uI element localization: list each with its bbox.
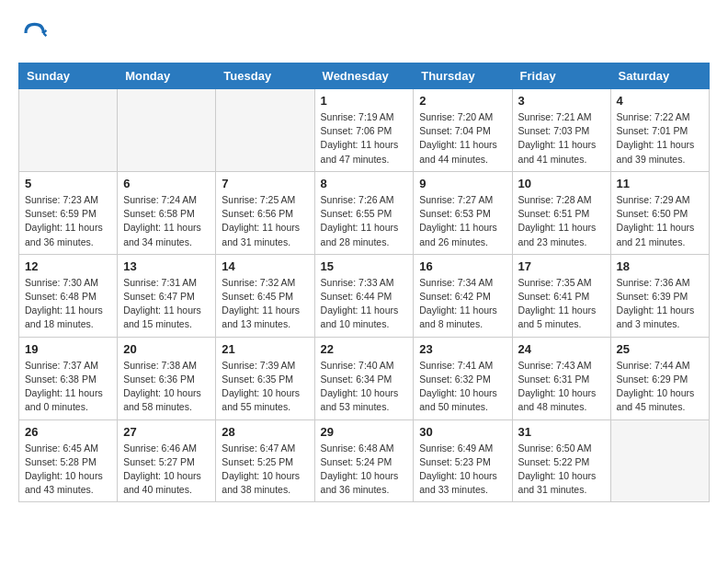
day-number: 30 [419,425,506,439]
day-of-week-header: Monday [118,63,216,89]
day-info: Sunrise: 7:40 AM Sunset: 6:34 PM Dayligh… [321,359,408,415]
calendar-table: SundayMondayTuesdayWednesdayThursdayFrid… [18,63,710,502]
day-info: Sunrise: 6:47 AM Sunset: 5:25 PM Dayligh… [222,442,308,498]
day-info: Sunrise: 7:19 AM Sunset: 7:06 PM Dayligh… [321,110,408,167]
day-info: Sunrise: 7:31 AM Sunset: 6:47 PM Dayligh… [123,276,210,332]
calendar-cell: 4Sunrise: 7:22 AM Sunset: 7:01 PM Daylig… [610,89,709,172]
day-info: Sunrise: 7:28 AM Sunset: 6:51 PM Dayligh… [518,193,605,249]
day-number: 9 [419,177,506,190]
day-of-week-header: Saturday [610,63,709,89]
day-of-week-header: Friday [512,63,610,89]
calendar-cell: 26Sunrise: 6:45 AM Sunset: 5:28 PM Dayli… [19,419,118,502]
calendar-cell: 15Sunrise: 7:33 AM Sunset: 6:44 PM Dayli… [314,254,414,337]
calendar-cell: 19Sunrise: 7:37 AM Sunset: 6:38 PM Dayli… [19,337,118,419]
day-number: 14 [222,259,308,273]
day-info: Sunrise: 7:29 AM Sunset: 6:50 PM Dayligh… [617,193,703,249]
day-number: 24 [518,342,605,356]
day-number: 19 [25,342,111,356]
day-info: Sunrise: 7:32 AM Sunset: 6:45 PM Dayligh… [222,276,308,332]
day-info: Sunrise: 7:37 AM Sunset: 6:38 PM Dayligh… [25,359,111,415]
day-info: Sunrise: 6:46 AM Sunset: 5:27 PM Dayligh… [123,442,210,498]
calendar-cell: 2Sunrise: 7:20 AM Sunset: 7:04 PM Daylig… [414,89,512,172]
day-number: 20 [123,342,210,356]
day-info: Sunrise: 7:27 AM Sunset: 6:53 PM Dayligh… [419,193,506,249]
day-number: 5 [25,177,111,190]
day-info: Sunrise: 6:50 AM Sunset: 5:22 PM Dayligh… [518,442,605,498]
day-of-week-header: Tuesday [216,63,314,89]
calendar-cell: 25Sunrise: 7:44 AM Sunset: 6:29 PM Dayli… [610,337,709,419]
calendar-cell [610,419,709,502]
calendar-cell: 21Sunrise: 7:39 AM Sunset: 6:35 PM Dayli… [216,337,314,419]
day-info: Sunrise: 7:33 AM Sunset: 6:44 PM Dayligh… [321,276,408,332]
calendar-week-row: 26Sunrise: 6:45 AM Sunset: 5:28 PM Dayli… [19,419,710,502]
calendar-cell: 24Sunrise: 7:43 AM Sunset: 6:31 PM Dayli… [512,337,610,419]
calendar-cell [216,89,314,172]
calendar-week-row: 19Sunrise: 7:37 AM Sunset: 6:38 PM Dayli… [19,337,710,419]
day-number: 28 [222,425,308,439]
calendar-cell: 9Sunrise: 7:27 AM Sunset: 6:53 PM Daylig… [414,171,512,254]
day-info: Sunrise: 7:44 AM Sunset: 6:29 PM Dayligh… [617,359,703,415]
day-number: 7 [222,177,308,190]
calendar-cell: 16Sunrise: 7:34 AM Sunset: 6:42 PM Dayli… [414,254,512,337]
page-header [18,18,710,48]
calendar-cell: 14Sunrise: 7:32 AM Sunset: 6:45 PM Dayli… [216,254,314,337]
day-info: Sunrise: 6:48 AM Sunset: 5:24 PM Dayligh… [321,442,408,498]
day-number: 4 [617,94,703,108]
day-number: 27 [123,425,210,439]
day-of-week-header: Sunday [19,63,118,89]
day-number: 29 [321,425,408,439]
calendar-week-row: 5Sunrise: 7:23 AM Sunset: 6:59 PM Daylig… [19,171,710,254]
day-number: 31 [518,425,605,439]
day-of-week-header: Wednesday [314,63,414,89]
calendar-cell: 10Sunrise: 7:28 AM Sunset: 6:51 PM Dayli… [512,171,610,254]
logo [18,18,51,48]
day-info: Sunrise: 7:25 AM Sunset: 6:56 PM Dayligh… [222,193,308,249]
calendar-week-row: 1Sunrise: 7:19 AM Sunset: 7:06 PM Daylig… [19,89,710,172]
calendar-cell: 12Sunrise: 7:30 AM Sunset: 6:48 PM Dayli… [19,254,118,337]
day-info: Sunrise: 7:34 AM Sunset: 6:42 PM Dayligh… [419,276,506,332]
calendar-header-row: SundayMondayTuesdayWednesdayThursdayFrid… [19,63,710,89]
calendar-cell: 22Sunrise: 7:40 AM Sunset: 6:34 PM Dayli… [314,337,414,419]
day-info: Sunrise: 7:30 AM Sunset: 6:48 PM Dayligh… [25,276,111,332]
logo-icon [18,18,48,48]
day-info: Sunrise: 7:43 AM Sunset: 6:31 PM Dayligh… [518,359,605,415]
calendar-cell: 29Sunrise: 6:48 AM Sunset: 5:24 PM Dayli… [314,419,414,502]
day-info: Sunrise: 7:35 AM Sunset: 6:41 PM Dayligh… [518,276,605,332]
day-number: 2 [419,94,506,108]
day-info: Sunrise: 7:39 AM Sunset: 6:35 PM Dayligh… [222,359,308,415]
day-info: Sunrise: 6:45 AM Sunset: 5:28 PM Dayligh… [25,442,111,498]
calendar-cell: 17Sunrise: 7:35 AM Sunset: 6:41 PM Dayli… [512,254,610,337]
day-number: 18 [617,259,703,273]
day-number: 26 [25,425,111,439]
calendar-cell: 27Sunrise: 6:46 AM Sunset: 5:27 PM Dayli… [118,419,216,502]
day-number: 6 [123,177,210,190]
calendar-cell: 11Sunrise: 7:29 AM Sunset: 6:50 PM Dayli… [610,171,709,254]
day-info: Sunrise: 7:26 AM Sunset: 6:55 PM Dayligh… [321,193,408,249]
calendar-cell [19,89,118,172]
day-number: 12 [25,259,111,273]
calendar-cell: 7Sunrise: 7:25 AM Sunset: 6:56 PM Daylig… [216,171,314,254]
calendar-cell: 8Sunrise: 7:26 AM Sunset: 6:55 PM Daylig… [314,171,414,254]
day-info: Sunrise: 7:36 AM Sunset: 6:39 PM Dayligh… [617,276,703,332]
day-number: 11 [617,177,703,190]
calendar-cell: 31Sunrise: 6:50 AM Sunset: 5:22 PM Dayli… [512,419,610,502]
calendar-cell: 20Sunrise: 7:38 AM Sunset: 6:36 PM Dayli… [118,337,216,419]
day-info: Sunrise: 7:24 AM Sunset: 6:58 PM Dayligh… [123,193,210,249]
calendar-cell [118,89,216,172]
day-info: Sunrise: 6:49 AM Sunset: 5:23 PM Dayligh… [419,442,506,498]
calendar-cell: 1Sunrise: 7:19 AM Sunset: 7:06 PM Daylig… [314,89,414,172]
day-info: Sunrise: 7:38 AM Sunset: 6:36 PM Dayligh… [123,359,210,415]
calendar-cell: 6Sunrise: 7:24 AM Sunset: 6:58 PM Daylig… [118,171,216,254]
calendar-cell: 28Sunrise: 6:47 AM Sunset: 5:25 PM Dayli… [216,419,314,502]
calendar-cell: 13Sunrise: 7:31 AM Sunset: 6:47 PM Dayli… [118,254,216,337]
day-info: Sunrise: 7:41 AM Sunset: 6:32 PM Dayligh… [419,359,506,415]
calendar-week-row: 12Sunrise: 7:30 AM Sunset: 6:48 PM Dayli… [19,254,710,337]
day-info: Sunrise: 7:20 AM Sunset: 7:04 PM Dayligh… [419,110,506,167]
day-of-week-header: Thursday [414,63,512,89]
day-number: 17 [518,259,605,273]
day-number: 22 [321,342,408,356]
calendar-cell: 5Sunrise: 7:23 AM Sunset: 6:59 PM Daylig… [19,171,118,254]
day-number: 21 [222,342,308,356]
day-number: 16 [419,259,506,273]
calendar-cell: 30Sunrise: 6:49 AM Sunset: 5:23 PM Dayli… [414,419,512,502]
